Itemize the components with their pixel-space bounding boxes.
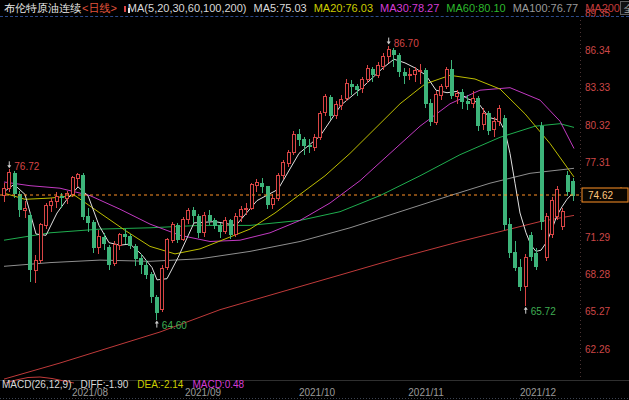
low-annotation: 65.72	[531, 306, 556, 317]
high-annotation: 76.72	[14, 161, 39, 172]
price-chart[interactable]: 74.6289.3586.3483.3380.3277.3171.2968.28…	[0, 0, 629, 400]
y-axis-label: 68.28	[585, 269, 610, 280]
y-axis-label: 83.33	[585, 82, 610, 93]
ma-line-ma5	[4, 59, 574, 280]
period-label[interactable]: <日线>	[82, 0, 117, 17]
high-annotation: 86.70	[394, 38, 419, 49]
ma200-value: MA200	[585, 0, 620, 17]
ma-line-ma200	[4, 215, 574, 379]
macd-diff-value: DIFF:-1.90	[80, 379, 128, 390]
macd-indicator-label[interactable]: MACD(26,12,9)	[2, 379, 71, 390]
macd-dea-value: DEA:-2.14	[137, 379, 183, 390]
ma-group-label: MA(5,20,30,60,100,200)	[128, 0, 247, 17]
y-axis-label: 65.27	[585, 306, 610, 317]
theme-dropdown[interactable]: 全部主题▼	[620, 1, 629, 15]
x-axis-label: 2021/10	[299, 387, 336, 398]
ma5-value: MA5:75.03	[254, 0, 307, 17]
low-annotation: 64.60	[162, 320, 187, 331]
ma30-value: MA30:78.27	[380, 0, 439, 17]
charting-app: 74.6289.3586.3483.3380.3277.3171.2968.28…	[0, 0, 629, 400]
chart-header: 布伦特原油连续<日线> MA(5,20,30,60,100,200) MA5:7…	[0, 0, 629, 17]
y-axis-label: 77.31	[585, 157, 610, 168]
macd-macd-value: MACD:0.48	[192, 379, 244, 390]
y-axis-label: 80.32	[585, 120, 610, 131]
x-axis-label: 2021/12	[520, 387, 557, 398]
y-axis-label: 71.29	[585, 232, 610, 243]
ma60-value: MA60:80.10	[446, 0, 505, 17]
symbol-name[interactable]: 布伦特原油连续	[4, 0, 81, 17]
chart-toolbar: 全部主题▼ ＋ ⊡ ▤ ⇥	[620, 1, 629, 15]
y-axis-label: 86.34	[585, 45, 610, 56]
ma20-value: MA20:76.03	[314, 0, 373, 17]
x-axis-label: 2021/11	[408, 387, 444, 398]
y-axis-label: 62.26	[585, 344, 610, 355]
ma100-value: MA100:76.77	[513, 0, 578, 17]
macd-indicator-row: MACD(26,12,9) DIFF:-1.90 DEA:-2.14 MACD:…	[2, 379, 253, 390]
current-price-value: 74.62	[588, 190, 613, 201]
